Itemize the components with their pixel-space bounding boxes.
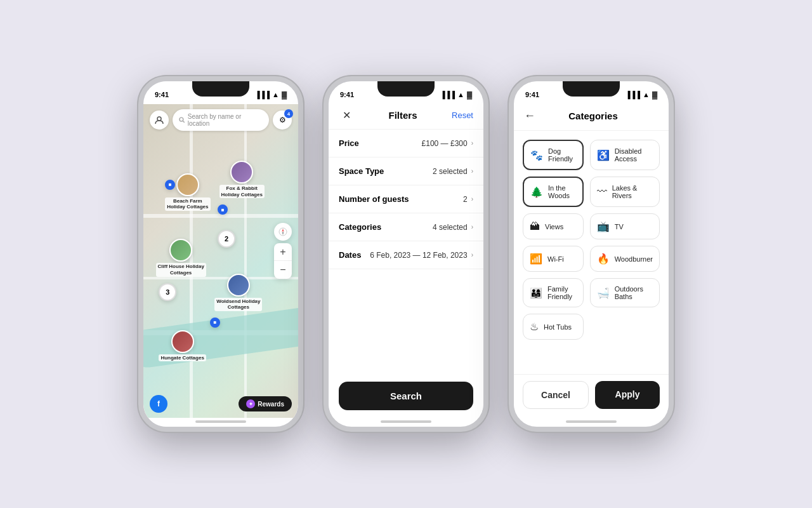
- filter-price-row[interactable]: Price £100 — £300 ›: [329, 130, 483, 157]
- pin-cliff[interactable]: Cliff House HolidayCottages: [156, 239, 206, 276]
- phone-filters: 9:41 ▐▐▐ ▲ ▓ ✕ Filters Reset Price £100 …: [324, 76, 488, 432]
- cat-tv[interactable]: 📺 TV: [590, 213, 660, 239]
- battery-icon: ▓: [282, 91, 287, 98]
- pin-label-fox: Fox & RabbitHoliday Cottages: [219, 185, 265, 198]
- categories-grid: 🐾 Dog Friendly ♿ Disabled Access 🌲 In th…: [514, 131, 669, 374]
- cat-woodburner-label: Woodburner: [615, 255, 653, 263]
- phone-categories: 9:41 ▐▐▐ ▲ ▓ ← Categories 🐾 Dog Friendly…: [509, 76, 674, 432]
- filter-spacetype-row[interactable]: Space Type 2 selected ›: [329, 157, 483, 185]
- status-icons-2: ▐▐▐ ▲ ▓: [440, 91, 472, 98]
- avatar-button[interactable]: [150, 110, 169, 130]
- pin-image-hun: [171, 330, 194, 353]
- wifi-icon-3: ▲: [643, 91, 650, 98]
- pin-label-hun: Hungate Cottages: [159, 354, 206, 362]
- cat-woods-label: In the Woods: [548, 184, 576, 199]
- cat-family-friendly[interactable]: 👨‍👩‍👧 Family Friendly: [523, 278, 584, 307]
- facebook-icon: f: [157, 399, 160, 408]
- cat-woodburner[interactable]: 🔥 Woodburner: [590, 246, 660, 272]
- search-button[interactable]: Search: [339, 382, 473, 410]
- status-icons-3: ▐▐▐ ▲ ▓: [625, 91, 657, 98]
- facebook-button[interactable]: f: [150, 395, 167, 413]
- cluster-blue-hun[interactable]: ■: [210, 318, 220, 328]
- search-icon: [179, 117, 185, 123]
- filters-title: Filters: [389, 110, 417, 121]
- cat-dog-label: Dog Friendly: [548, 147, 576, 163]
- notch: [192, 81, 249, 97]
- filter-categories-value: 4 selected ›: [433, 223, 473, 232]
- status-time-2: 9:41: [340, 91, 354, 98]
- pin-fox[interactable]: Fox & RabbitHoliday Cottages: [219, 161, 265, 198]
- svg-point-1: [180, 117, 183, 121]
- status-icons-1: ▐▐▐ ▲ ▓: [255, 91, 287, 98]
- map-bottom-bar: f ✦ Rewards: [143, 390, 298, 418]
- filter-guests-row[interactable]: Number of guests 2 ›: [329, 185, 483, 213]
- cluster-3[interactable]: 3: [159, 283, 176, 301]
- cluster-blue-beach[interactable]: ■: [165, 180, 175, 190]
- filters-screen: ✕ Filters Reset Price £100 — £300 › Spac…: [329, 104, 483, 418]
- pin-hun[interactable]: Hungate Cottages: [159, 330, 206, 362]
- filter-guests-value: 2 ›: [463, 195, 473, 204]
- svg-point-0: [157, 117, 161, 121]
- phone-map: 9:41 ▐▐▐ ▲ ▓: [138, 76, 303, 432]
- filter-button[interactable]: ⚙ 4: [273, 110, 292, 130]
- rewards-button[interactable]: ✦ Rewards: [239, 396, 292, 411]
- baths-icon: 🛁: [597, 287, 610, 299]
- notch-2: [377, 81, 435, 97]
- cat-wifi-label: Wi-Fi: [547, 255, 564, 263]
- cat-hot-tubs[interactable]: ♨ Hot Tubs: [523, 314, 584, 340]
- map-search-bar: Search by name or location ⚙ 4: [150, 109, 292, 131]
- woodburner-icon: 🔥: [597, 253, 610, 265]
- cat-lakes-rivers[interactable]: 〰 Lakes & Rivers: [590, 177, 660, 207]
- battery-icon-2: ▓: [467, 91, 472, 98]
- pin-wold[interactable]: Woldsend HolidayCottages: [214, 274, 262, 311]
- signal-icon-3: ▐▐▐: [625, 91, 640, 98]
- apply-button[interactable]: Apply: [595, 381, 660, 409]
- filter-price-value: £100 — £300 ›: [422, 139, 473, 148]
- cat-in-the-woods[interactable]: 🌲 In the Woods: [523, 177, 584, 207]
- dog-icon: 🐾: [530, 149, 543, 161]
- pin-image-beach: [176, 173, 199, 196]
- search-input[interactable]: Search by name or location: [173, 109, 269, 131]
- back-button[interactable]: ←: [524, 109, 535, 123]
- filter-spacetype-text: 2 selected: [433, 167, 468, 176]
- cluster-2[interactable]: 2: [218, 230, 235, 248]
- wifi-icon: ▲: [272, 91, 279, 98]
- wifi-icon-2: ▲: [457, 91, 464, 98]
- cat-views[interactable]: 🏔 Views: [523, 213, 584, 239]
- pin-label-wold: Woldsend HolidayCottages: [214, 298, 262, 311]
- map-screen[interactable]: Search by name or location ⚙ 4 Beach Far…: [143, 104, 298, 418]
- home-indicator-1: [195, 420, 246, 423]
- battery-icon-3: ▓: [652, 91, 657, 98]
- cancel-button[interactable]: Cancel: [523, 381, 589, 409]
- rewards-label: Rewards: [258, 401, 284, 408]
- views-icon: 🏔: [530, 221, 540, 232]
- pin-image-wold: [227, 274, 250, 297]
- zoom-in-button[interactable]: +: [274, 243, 292, 261]
- chevron-icon-categories: ›: [471, 224, 473, 231]
- filter-categories-row[interactable]: Categories 4 selected ›: [329, 213, 483, 241]
- close-button[interactable]: ✕: [339, 109, 354, 121]
- categories-footer: Cancel Apply: [514, 374, 669, 418]
- cat-outdoors-baths[interactable]: 🛁 Outdoors Baths: [590, 278, 660, 307]
- compass-button[interactable]: [274, 223, 292, 241]
- cat-tv-label: TV: [615, 223, 624, 231]
- svg-marker-4: [282, 229, 284, 232]
- cat-disabled-access[interactable]: ♿ Disabled Access: [590, 140, 660, 170]
- filter-guests-label: Number of guests: [339, 194, 409, 204]
- filter-dates-text: 6 Feb, 2023 — 12 Feb, 2023: [370, 251, 467, 260]
- cat-baths-label: Outdoors Baths: [615, 285, 653, 300]
- pin-beach[interactable]: Beach FarmHoliday Cottages: [165, 173, 210, 211]
- filter-dates-row[interactable]: Dates 6 Feb, 2023 — 12 Feb, 2023 ›: [329, 241, 483, 269]
- tv-icon: 📺: [597, 220, 610, 232]
- filter-dates-label: Dates: [339, 250, 361, 260]
- cat-dog-friendly[interactable]: 🐾 Dog Friendly: [523, 140, 584, 170]
- reset-button[interactable]: Reset: [452, 110, 473, 120]
- status-time-1: 9:41: [155, 91, 169, 98]
- status-time-3: 9:41: [525, 91, 539, 98]
- pin-label-cliff: Cliff House HolidayCottages: [156, 263, 206, 276]
- categories-screen: ← Categories 🐾 Dog Friendly ♿ Disabled A…: [514, 104, 669, 418]
- lakes-icon: 〰: [597, 186, 607, 197]
- cat-wifi[interactable]: 📶 Wi-Fi: [523, 246, 584, 272]
- zoom-out-button[interactable]: −: [274, 261, 292, 279]
- filter-guests-text: 2: [463, 195, 468, 204]
